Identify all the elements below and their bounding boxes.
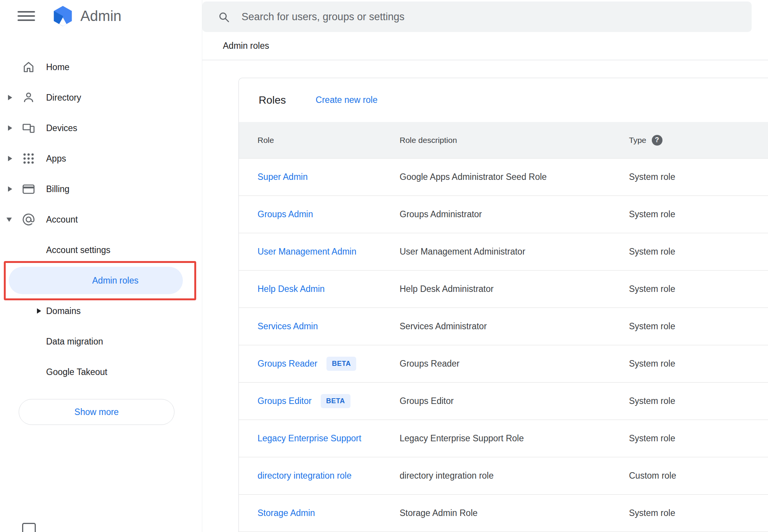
role-type: System role <box>629 321 768 332</box>
sidebar-header: Admin <box>0 0 202 32</box>
account-icon <box>22 213 35 226</box>
role-description: Services Administrator <box>400 321 629 332</box>
sidebar-item-devices[interactable]: Devices <box>0 113 202 143</box>
role-link[interactable]: Legacy Enterprise Support <box>258 433 361 444</box>
expand-arrow-icon[interactable] <box>8 95 12 100</box>
role-cell: Groups ReaderBETA <box>239 357 400 371</box>
column-header-type-label: Type <box>629 136 646 145</box>
role-link[interactable]: Storage Admin <box>258 508 315 518</box>
search-icon <box>218 11 230 23</box>
create-new-role-link[interactable]: Create new role <box>316 95 378 105</box>
expand-arrow-icon[interactable] <box>8 186 12 192</box>
app-title: Admin <box>80 8 122 24</box>
sidebar-item-label: Admin roles <box>92 276 138 286</box>
role-cell: Help Desk Admin <box>239 284 400 294</box>
content-area: Roles Create new role Role Role descript… <box>202 60 768 532</box>
sidebar-item-account-settings[interactable]: Account settings <box>0 235 202 265</box>
sidebar-item-label: Account settings <box>46 245 110 255</box>
role-type: System role <box>629 508 768 518</box>
sidebar-nav: Home Directory <box>0 52 202 387</box>
role-description: Help Desk Administrator <box>400 284 629 294</box>
breadcrumb: Admin roles <box>223 41 269 51</box>
sidebar-item-label: Home <box>46 62 69 72</box>
role-cell: Super Admin <box>239 172 400 182</box>
directory-icon <box>22 91 35 104</box>
admin-console: Admin Home Directory <box>0 0 768 532</box>
role-link[interactable]: directory integration role <box>258 471 352 481</box>
home-icon <box>22 60 35 74</box>
role-description: Groups Reader <box>400 359 629 369</box>
role-description: Google Apps Administrator Seed Role <box>400 172 629 182</box>
role-type: System role <box>629 209 768 220</box>
sidebar-item-billing[interactable]: Billing <box>0 174 202 204</box>
role-link[interactable]: Groups Admin <box>258 209 313 220</box>
card-title: Roles <box>259 94 286 106</box>
sidebar-item-label: Domains <box>46 306 81 316</box>
expand-arrow-icon[interactable] <box>8 156 12 161</box>
billing-icon <box>22 182 35 196</box>
role-type: Custom role <box>629 471 768 481</box>
role-cell: Groups Admin <box>239 209 400 220</box>
role-description: Storage Admin Role <box>400 508 629 518</box>
breadcrumb-bar: Admin roles <box>202 32 768 60</box>
sidebar-item-label: Google Takeout <box>46 367 107 377</box>
sidebar-item-domains[interactable]: Domains <box>0 296 202 326</box>
role-link[interactable]: Groups Editor <box>258 396 312 406</box>
expand-arrow-icon[interactable] <box>8 125 12 131</box>
role-link[interactable]: Super Admin <box>258 172 308 182</box>
role-link[interactable]: User Management Admin <box>258 247 357 257</box>
sidebar-item-home[interactable]: Home <box>0 52 202 82</box>
sidebar-item-label: Directory <box>46 93 81 103</box>
role-description: Groups Editor <box>400 396 629 406</box>
column-header-description: Role description <box>400 136 629 145</box>
sidebar-item-label: Devices <box>46 123 77 133</box>
search-input[interactable] <box>241 11 740 23</box>
sidebar-item-account[interactable]: Account <box>0 204 202 235</box>
selected-pill: Admin roles <box>9 267 183 294</box>
role-link[interactable]: Help Desk Admin <box>258 284 325 294</box>
sidebar-item-label: Apps <box>46 154 66 164</box>
main-content: Admin roles Roles Create new role Role R… <box>202 0 768 532</box>
role-cell: Groups EditorBETA <box>239 394 400 408</box>
table-row: Storage AdminStorage Admin RoleSystem ro… <box>239 495 768 532</box>
role-type: System role <box>629 247 768 257</box>
expand-arrow-icon[interactable] <box>37 308 41 314</box>
sidebar-item-label: Billing <box>46 184 69 194</box>
beta-badge: BETA <box>326 357 356 371</box>
help-icon[interactable]: ? <box>652 135 662 146</box>
collapse-arrow-icon[interactable] <box>6 218 12 222</box>
role-type: System role <box>629 284 768 294</box>
admin-logo-icon <box>52 5 74 27</box>
sidebar-item-admin-roles[interactable]: Admin roles <box>0 265 202 296</box>
role-cell: Storage Admin <box>239 508 400 518</box>
search-bar[interactable] <box>202 2 752 32</box>
table-row: Groups EditorBETAGroups EditorSystem rol… <box>239 383 768 420</box>
sidebar-item-google-takeout[interactable]: Google Takeout <box>0 357 202 387</box>
sidebar-item-apps[interactable]: Apps <box>0 143 202 174</box>
sidebar-item-data-migration[interactable]: Data migration <box>0 326 202 357</box>
table-row: User Management AdminUser Management Adm… <box>239 233 768 271</box>
table-row: directory integration roledirectory inte… <box>239 457 768 495</box>
beta-badge: BETA <box>321 394 350 408</box>
role-type: System role <box>629 396 768 406</box>
role-description: Legacy Enterprise Support Role <box>400 433 629 444</box>
role-cell: Services Admin <box>239 321 400 332</box>
show-more-button[interactable]: Show more <box>19 399 174 425</box>
roles-card-header: Roles Create new role <box>239 78 768 122</box>
role-link[interactable]: Groups Reader <box>258 359 317 369</box>
apps-icon <box>22 152 35 165</box>
role-cell: directory integration role <box>239 471 400 481</box>
table-row: Super AdminGoogle Apps Administrator See… <box>239 159 768 196</box>
table-row: Groups AdminGroups AdministratorSystem r… <box>239 196 768 233</box>
sidebar-item-label: Account <box>46 215 78 225</box>
table-row: Groups ReaderBETAGroups ReaderSystem rol… <box>239 345 768 383</box>
role-cell: User Management Admin <box>239 247 400 257</box>
role-description: User Management Administrator <box>400 247 629 257</box>
role-type: System role <box>629 172 768 182</box>
menu-icon[interactable] <box>18 9 35 23</box>
sidebar-item-directory[interactable]: Directory <box>0 82 202 113</box>
role-type: System role <box>629 359 768 369</box>
sidebar-item-label: Data migration <box>46 337 103 347</box>
table-body: Super AdminGoogle Apps Administrator See… <box>239 159 768 532</box>
role-link[interactable]: Services Admin <box>258 321 318 332</box>
